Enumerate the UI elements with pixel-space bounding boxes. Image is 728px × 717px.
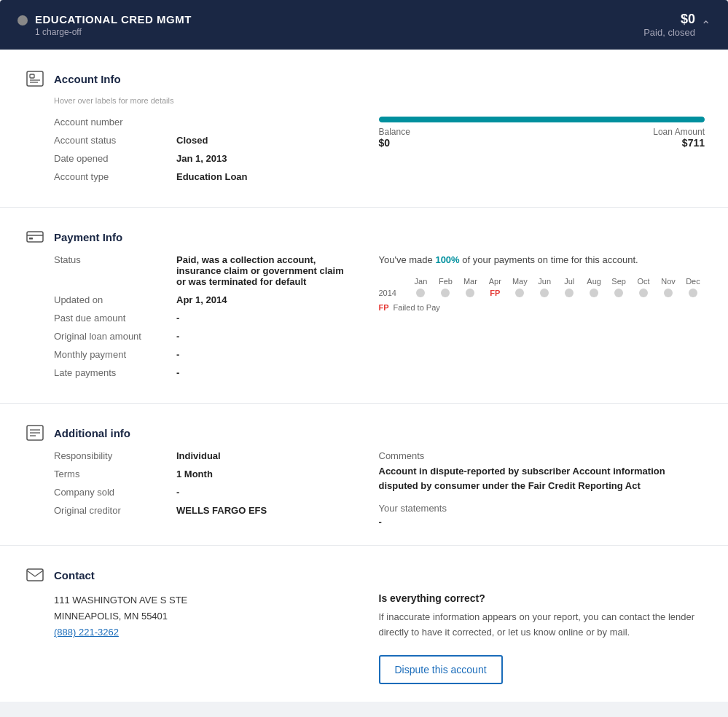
month-apr: Apr: [483, 277, 506, 286]
dot-2014-aug: [590, 289, 598, 297]
legend-fp-label: FP: [379, 303, 389, 312]
payment-status-label: Status: [54, 254, 171, 265]
payment-info-section: Payment Info Status Paid, was a collecti…: [0, 208, 728, 404]
info-row-account-status: Account status Closed: [54, 135, 350, 146]
additional-info-inner: Responsibility Individual Terms 1 Month …: [23, 450, 705, 528]
contact-left: 111 WASHINGTON AVE S STE MINNEAPOLIS, MN…: [23, 592, 350, 684]
month-jan: Jan: [410, 277, 433, 286]
info-row-status: Status Paid, was a collection account, i…: [54, 254, 350, 287]
info-row-company-sold: Company sold -: [54, 487, 350, 498]
cell-2014-sep: [607, 289, 630, 297]
month-jul: Jul: [557, 277, 581, 286]
balance-group: Balance $0: [379, 127, 410, 149]
balance-value: $0: [379, 137, 410, 149]
progress-fill: [379, 117, 705, 122]
original-loan-label: Original loan amount: [54, 331, 171, 342]
fp-2014-apr: FP: [490, 289, 500, 297]
updated-on-label: Updated on: [54, 294, 171, 305]
payment-summary-text: You've made 100% of your payments on tim…: [379, 254, 705, 265]
dot-2014-dec: [689, 289, 697, 297]
monthly-payment-label: Monthly payment: [54, 349, 171, 360]
header-left: EDUCATIONAL CRED MGMT 1 charge-off: [17, 13, 192, 37]
dot-2014-jun: [540, 289, 549, 297]
additional-info-section: Additional info Responsibility Individua…: [0, 404, 728, 546]
payment-info-title: Payment Info: [54, 231, 122, 243]
contact-header: Contact: [23, 563, 705, 587]
past-due-label: Past due amount: [54, 313, 171, 324]
cell-2014-may: [508, 289, 531, 297]
info-row-account-type: Account type Education Loan: [54, 171, 350, 182]
account-title: EDUCATIONAL CRED MGMT: [35, 13, 192, 26]
info-row-past-due: Past due amount -: [54, 313, 350, 324]
cell-2014-jan: [410, 289, 433, 297]
main-content: Account Info Hover over labels for more …: [0, 50, 728, 702]
month-sep: Sep: [607, 277, 630, 286]
terms-value: 1 Month: [176, 469, 213, 479]
month-aug: Aug: [582, 277, 606, 286]
info-row-responsibility: Responsibility Individual: [54, 450, 350, 461]
contact-section: Contact 111 WASHINGTON AVE S STE MINNEAP…: [0, 546, 728, 702]
svg-rect-0: [27, 71, 43, 86]
balance-row: Balance $0 Loan Amount $711: [379, 127, 705, 149]
past-due-value: -: [176, 313, 179, 324]
account-status-label: Account status: [54, 135, 171, 146]
dot-2014-nov: [664, 289, 673, 297]
contact-inner: 111 WASHINGTON AVE S STE MINNEAPOLIS, MN…: [23, 592, 705, 684]
contact-icon: [23, 563, 47, 587]
cell-2014-apr: FP: [483, 289, 506, 297]
payment-status-value: Paid, was a collection account, insuranc…: [176, 254, 350, 287]
cell-2014-aug: [582, 289, 606, 297]
dispute-button[interactable]: Dispute this account: [379, 655, 503, 684]
contact-phone[interactable]: (888) 221-3262: [54, 627, 119, 638]
payment-summary-prefix: You've made: [379, 254, 436, 265]
month-jun: Jun: [533, 277, 556, 286]
year-col-header: [379, 277, 408, 286]
info-row-original-loan: Original loan amount -: [54, 331, 350, 342]
cell-2014-feb: [434, 289, 457, 297]
responsibility-value: Individual: [176, 450, 221, 461]
late-payments-label: Late payments: [54, 367, 171, 378]
updated-on-value: Apr 1, 2014: [176, 294, 227, 305]
account-type-value: Education Loan: [176, 171, 248, 182]
comments-value: Account in dispute-reported by subscribe…: [379, 464, 705, 493]
cell-2014-dec: [681, 289, 705, 297]
cell-2014-jul: [557, 289, 581, 297]
date-opened-label: Date opened: [54, 153, 171, 164]
additional-info-header: Additional info: [23, 421, 705, 444]
company-sold-value: -: [176, 487, 179, 498]
dispute-title: Is everything correct?: [379, 592, 705, 604]
month-nov: Nov: [657, 277, 680, 286]
legend-fp-description: Failed to Pay: [394, 303, 440, 312]
additional-info-title: Additional info: [54, 427, 130, 439]
info-row-date-opened: Date opened Jan 1, 2013: [54, 153, 350, 164]
account-header: EDUCATIONAL CRED MGMT 1 charge-off $0 Pa…: [0, 0, 728, 50]
account-type-label: Account type: [54, 171, 171, 182]
dispute-section: Is everything correct? If inaccurate inf…: [379, 592, 705, 684]
payment-info-inner: Status Paid, was a collection account, i…: [23, 254, 705, 385]
chevron-up-icon[interactable]: ⌃: [701, 18, 711, 32]
contact-address: 111 WASHINGTON AVE S STE MINNEAPOLIS, MN…: [54, 592, 350, 640]
loan-amount-group: Loan Amount $711: [653, 127, 705, 149]
month-may: May: [508, 277, 531, 286]
payment-info-right: You've made 100% of your payments on tim…: [379, 254, 705, 385]
payment-info-rows: Status Paid, was a collection account, i…: [54, 254, 350, 378]
loan-amount-value: $711: [653, 137, 705, 149]
info-row-monthly-payment: Monthly payment -: [54, 349, 350, 360]
original-creditor-label: Original creditor: [54, 505, 171, 516]
additional-info-rows: Responsibility Individual Terms 1 Month …: [54, 450, 350, 516]
cell-2014-nov: [657, 289, 680, 297]
payment-grid: Jan Feb Mar Apr May Jun Jul Aug Sep Oct …: [379, 277, 705, 297]
info-row-terms: Terms 1 Month: [54, 469, 350, 479]
svg-rect-1: [30, 74, 34, 78]
month-feb: Feb: [434, 277, 457, 286]
dot-2014-jul: [565, 289, 574, 297]
date-opened-value: Jan 1, 2013: [176, 153, 227, 164]
svg-rect-6: [29, 238, 33, 240]
account-number-label: Account number: [54, 117, 171, 128]
info-row-late-payments: Late payments -: [54, 367, 350, 378]
payment-info-left: Status Paid, was a collection account, i…: [23, 254, 350, 385]
account-info-header: Account Info: [23, 67, 705, 90]
late-payments-value: -: [176, 367, 179, 378]
statements-value: -: [379, 517, 705, 528]
month-dec: Dec: [681, 277, 705, 286]
